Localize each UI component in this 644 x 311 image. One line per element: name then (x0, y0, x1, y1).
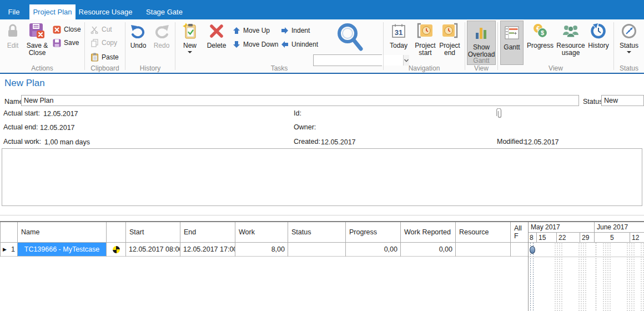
status-input[interactable] (601, 95, 644, 106)
column-header-work-reported[interactable]: Work Reported (401, 222, 456, 243)
save-and-close-button[interactable]: Save & Close (24, 22, 50, 56)
arrow-up-icon (233, 27, 240, 34)
grid-column-type (107, 222, 126, 257)
svg-text:31: 31 (395, 28, 402, 37)
gantt-week: 29 (580, 233, 595, 242)
month-boundary-line (596, 243, 596, 311)
column-header-name[interactable]: Name (18, 222, 106, 243)
redo-icon (154, 22, 169, 41)
save-button[interactable]: Save (53, 37, 79, 48)
row-marker-icon: ▶ (3, 247, 7, 252)
gantt-button[interactable]: Gantt (500, 21, 524, 65)
column-header-work[interactable]: Work (235, 222, 288, 243)
ribbon-group-navigation: 31 Today Project start Project end Navig… (384, 19, 465, 73)
cell-end[interactable]: 12.05.2017 17:00 (180, 243, 235, 257)
column-header-status[interactable]: Status (288, 222, 345, 243)
column-header-resource[interactable]: Resource (456, 222, 510, 243)
project-start-button[interactable]: Project start (412, 22, 438, 56)
cell-all[interactable] (511, 243, 528, 257)
weekend-stripe (602, 243, 611, 311)
history-clock-icon (591, 22, 606, 41)
history-view-button[interactable]: History (587, 22, 610, 49)
lock-icon (6, 22, 19, 41)
column-header-progress[interactable]: Progress (346, 222, 400, 243)
paste-button[interactable]: Paste (90, 52, 119, 63)
gantt-week: 12 (630, 233, 644, 242)
progress-button[interactable]: €$ Progress (526, 22, 555, 49)
edit-button[interactable]: Edit (3, 22, 22, 49)
cell-type[interactable] (107, 243, 125, 257)
ribbon-group-gantt-view: Show Overload Gantt View (465, 19, 497, 73)
chevron-down-icon (627, 51, 631, 53)
new-item-icon (182, 22, 198, 41)
cell-name[interactable]: TC139666 - MyTestcase (18, 243, 106, 257)
people-icon (562, 22, 579, 41)
column-header-end[interactable]: End (180, 222, 235, 243)
arrow-left-icon (281, 41, 289, 48)
ribbon-group-actions: Edit Save & Close (0, 19, 84, 73)
ribbon-group-status: Status Status (614, 19, 644, 73)
move-up-button[interactable]: Move Up (233, 25, 270, 36)
paste-icon (90, 53, 99, 62)
status-button[interactable]: Status (617, 22, 641, 53)
today-button[interactable]: 31 Today (388, 22, 410, 49)
search-icon[interactable] (335, 22, 364, 52)
resource-usage-button[interactable]: Resource usage (556, 22, 586, 56)
name-input[interactable] (21, 95, 579, 106)
indent-button[interactable]: Indent (281, 25, 310, 36)
cell-start[interactable]: 12.05.2017 08:00 (126, 243, 180, 257)
arrow-down-icon (233, 41, 240, 48)
ribbon-group-view: Gantt €$ Progress Resource usage History (498, 19, 613, 73)
weekend-stripe (626, 243, 635, 311)
name-label: Name (4, 98, 23, 106)
calendar-icon: 31 (391, 22, 406, 41)
cell-status[interactable] (288, 243, 345, 257)
row-header-cell[interactable]: ▶ 1 (1, 243, 17, 257)
grid-column-start: Start 12.05.2017 08:00 (126, 222, 180, 257)
actual-end-label: Actual end: (3, 123, 38, 131)
splitter[interactable] (0, 215, 644, 215)
cell-progress[interactable]: 0,00 (346, 243, 400, 257)
row-number: 1 (11, 245, 15, 253)
tab-file[interactable]: File (0, 4, 28, 19)
paperclip-icon[interactable] (496, 108, 503, 119)
project-end-button[interactable]: Project end (438, 22, 461, 56)
close-button[interactable]: Close (53, 24, 81, 35)
grid-column-all: All F (511, 222, 528, 257)
status-label: Status (583, 98, 602, 106)
cell-work-reported[interactable]: 0,00 (401, 243, 455, 257)
modified-value: 12.05.2017 (524, 138, 559, 146)
tab-stage-gate-model[interactable]: Stage Gate Model (137, 4, 192, 19)
cell-resource[interactable] (456, 243, 510, 257)
copy-button[interactable]: Copy (90, 37, 117, 48)
cut-button[interactable]: Cut (90, 24, 112, 35)
column-header-all[interactable]: All F (511, 222, 528, 243)
gantt-month: June 2017 (595, 222, 644, 232)
new-button[interactable]: New (180, 22, 200, 53)
redo-button[interactable]: Redo (151, 22, 172, 49)
compass-icon (621, 22, 637, 41)
created-label: Created: (294, 138, 320, 146)
weekend-stripe (554, 243, 563, 311)
grid-column-status: Status (288, 222, 346, 257)
save-icon (53, 39, 61, 47)
gantt-task-bar[interactable] (530, 246, 535, 254)
actual-end-value: 12.05.2017 (40, 124, 75, 132)
move-down-button[interactable]: Move Down (233, 39, 278, 50)
description-field[interactable] (2, 148, 642, 206)
gantt-panel: May 2017 June 2017 8 15 22 29 5 12 (528, 222, 644, 311)
cell-work[interactable]: 8,00 (235, 243, 288, 257)
tab-project-plan[interactable]: Project Plan (29, 4, 76, 19)
coins-icon: €$ (532, 22, 548, 41)
delete-button[interactable]: Delete (204, 22, 229, 49)
grid-column-resource: Resource (456, 222, 511, 257)
undo-button[interactable]: Undo (128, 22, 149, 49)
id-label: Id: (294, 109, 301, 117)
tab-resource-usage[interactable]: Resource Usage (78, 4, 133, 19)
delete-icon (209, 22, 224, 41)
grid-column-work-reported: Work Reported 0,00 (401, 222, 456, 257)
unindent-button[interactable]: Unindent (281, 39, 318, 50)
grid-column-end: End 12.05.2017 17:00 (180, 222, 235, 257)
grid-column-rowheader: ▶ 1 (0, 222, 18, 257)
column-header-start[interactable]: Start (126, 222, 180, 243)
